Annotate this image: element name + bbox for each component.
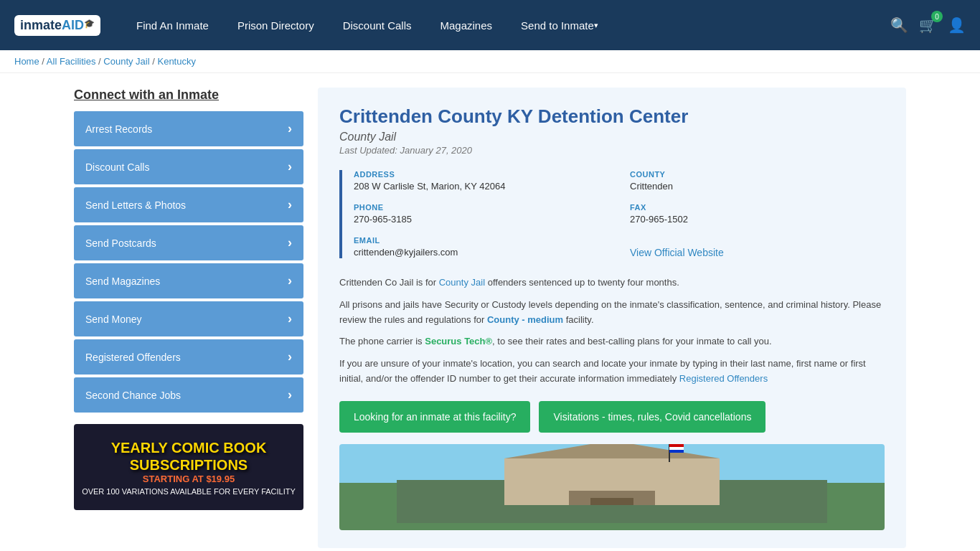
nav-find-inmate[interactable]: Find An Inmate — [122, 0, 223, 50]
county-value: Crittenden — [630, 181, 885, 192]
county-medium-link[interactable]: County - medium — [487, 314, 563, 325]
main-nav: Find An Inmate Prison Directory Discount… — [122, 0, 890, 50]
arrow-icon: › — [288, 273, 292, 288]
breadcrumb: Home / All Facilities / County Jail / Ke… — [0, 50, 980, 73]
county-jail-link[interactable]: County Jail — [439, 277, 485, 288]
email-block: EMAIL crittenden@kyjailers.com — [354, 236, 608, 258]
facility-content: Crittenden County KY Detention Center Co… — [318, 88, 906, 548]
cart-badge: 0 — [931, 11, 943, 22]
sidebar-item-arrest-records[interactable]: Arrest Records › — [74, 111, 303, 146]
address-block: ADDRESS 208 W Carlisle St, Marion, KY 42… — [354, 170, 608, 192]
sidebar-item-send-postcards[interactable]: Send Postcards › — [74, 225, 303, 260]
arrow-icon: › — [288, 159, 292, 174]
cta-buttons: Looking for an inmate at this facility? … — [339, 401, 885, 433]
arrow-icon: › — [288, 311, 292, 326]
sidebar-item-send-magazines[interactable]: Send Magazines › — [74, 263, 303, 298]
header-icons: 🔍 🛒 0 👤 — [890, 17, 966, 34]
email-value: crittenden@kyjailers.com — [354, 247, 608, 258]
facility-type: County Jail — [339, 131, 885, 143]
facility-updated: Last Updated: January 27, 2020 — [339, 145, 885, 156]
email-label: EMAIL — [354, 236, 608, 245]
visitations-button[interactable]: Visitations - times, rules, Covid cancel… — [539, 401, 765, 433]
svg-rect-10 — [669, 450, 684, 453]
county-block: COUNTY Crittenden — [630, 170, 885, 192]
fax-value: 270-965-1502 — [630, 214, 885, 225]
fax-block: FAX 270-965-1502 — [630, 203, 885, 225]
facility-image-inner — [339, 444, 885, 530]
search-icon[interactable]: 🔍 — [890, 17, 908, 34]
fax-label: FAX — [630, 203, 885, 212]
find-inmate-button[interactable]: Looking for an inmate at this facility? — [339, 401, 530, 433]
breadcrumb-home[interactable]: Home — [14, 56, 39, 67]
website-block: View Official Website — [630, 236, 885, 258]
ad-title: YEARLY COMIC BOOK — [82, 439, 296, 456]
address-label: ADDRESS — [354, 170, 608, 179]
svg-rect-5 — [590, 498, 633, 505]
sidebar-item-registered-offenders[interactable]: Registered Offenders › — [74, 339, 303, 375]
breadcrumb-kentucky[interactable]: Kentucky — [157, 56, 195, 67]
sidebar: Connect with an Inmate Arrest Records › … — [74, 88, 303, 548]
phone-block: PHONE 270-965-3185 — [354, 203, 608, 225]
nav-discount-calls[interactable]: Discount Calls — [329, 0, 426, 50]
arrow-icon: › — [288, 121, 292, 136]
facility-info-grid: ADDRESS 208 W Carlisle St, Marion, KY 42… — [339, 170, 885, 258]
arrow-icon: › — [288, 197, 292, 212]
nav-magazines[interactable]: Magazines — [426, 0, 507, 50]
sidebar-item-send-money[interactable]: Send Money › — [74, 301, 303, 336]
arrow-icon: › — [288, 387, 292, 402]
county-label: COUNTY — [630, 170, 885, 179]
breadcrumb-county-jail[interactable]: County Jail — [103, 56, 149, 67]
header: inmateAID🎓 Find An Inmate Prison Directo… — [0, 0, 980, 50]
breadcrumb-all-facilities[interactable]: All Facilities — [47, 56, 96, 67]
desc2: All prisons and jails have Security or C… — [339, 298, 885, 328]
logo-box: inmateAID🎓 — [14, 15, 100, 36]
logo-area[interactable]: inmateAID🎓 — [14, 15, 100, 36]
sidebar-item-second-chance-jobs[interactable]: Second Chance Jobs › — [74, 377, 303, 413]
desc3: The phone carrier is Securus Tech®, to s… — [339, 334, 885, 349]
ad-price: STARTING AT $19.95 — [82, 474, 296, 484]
facility-image — [339, 444, 885, 530]
sidebar-ad[interactable]: YEARLY COMIC BOOK SUBSCRIPTIONS STARTING… — [74, 424, 303, 510]
svg-rect-8 — [669, 444, 684, 447]
address-value: 208 W Carlisle St, Marion, KY 42064 — [354, 181, 608, 192]
svg-rect-9 — [669, 447, 684, 450]
facility-title: Crittenden County KY Detention Center — [339, 105, 885, 128]
nav-send-to-inmate[interactable]: Send to Inmate — [507, 0, 613, 50]
registered-offenders-link[interactable]: Registered Offenders — [679, 373, 768, 384]
sidebar-item-discount-calls[interactable]: Discount Calls › — [74, 149, 303, 184]
desc1: Crittenden Co Jail is for County Jail of… — [339, 276, 885, 291]
logo-text: inmateAID🎓 — [20, 18, 95, 33]
user-icon[interactable]: 👤 — [948, 17, 966, 34]
sidebar-item-send-letters[interactable]: Send Letters & Photos › — [74, 187, 303, 222]
arrow-icon: › — [288, 235, 292, 250]
sidebar-title: Connect with an Inmate — [74, 88, 303, 103]
ad-subtitle-bold: SUBSCRIPTIONS — [82, 456, 296, 474]
nav-prison-directory[interactable]: Prison Directory — [223, 0, 329, 50]
website-spacer — [630, 236, 885, 245]
ad-note: OVER 100 VARIATIONS AVAILABLE FOR EVERY … — [82, 487, 296, 496]
arrow-icon: › — [288, 349, 292, 364]
ad-content: YEARLY COMIC BOOK SUBSCRIPTIONS STARTING… — [82, 439, 296, 496]
desc4: If you are unsure of your inmate's locat… — [339, 357, 885, 387]
phone-label: PHONE — [354, 203, 608, 212]
securus-link[interactable]: Securus Tech® — [425, 336, 492, 347]
cart-icon[interactable]: 🛒 0 — [919, 17, 937, 34]
phone-value: 270-965-3185 — [354, 214, 608, 225]
website-link[interactable]: View Official Website — [630, 247, 724, 258]
main-container: Connect with an Inmate Arrest Records › … — [60, 73, 920, 551]
